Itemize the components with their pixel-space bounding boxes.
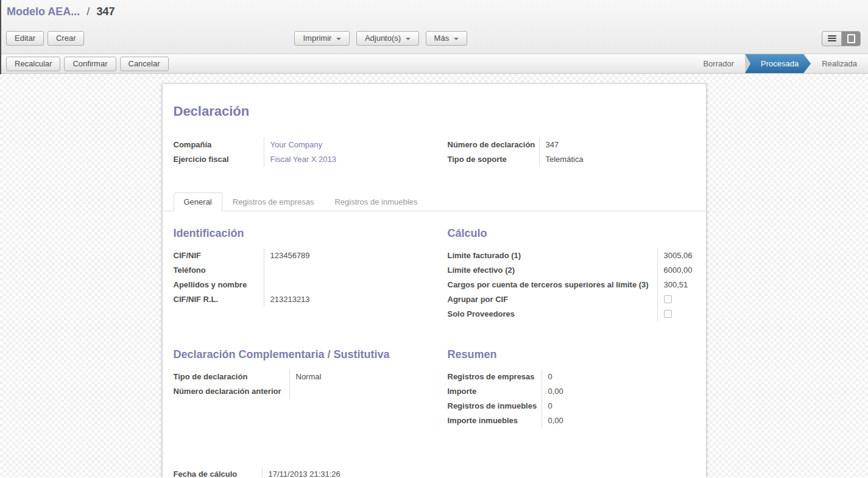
limite-efectivo-value: 6000,00 xyxy=(657,263,695,278)
tab-general[interactable]: General xyxy=(174,192,222,211)
more-label: Más xyxy=(434,33,450,43)
chevron-down-icon xyxy=(336,38,341,40)
cargos-terceros-field: Cargos por cuenta de terceros superiores… xyxy=(448,278,695,292)
form-sheet: Declaración Compañía Your Company Ejerci… xyxy=(162,83,707,477)
edit-button[interactable]: Editar xyxy=(6,31,44,46)
company-field: Compañía Your Company xyxy=(174,138,448,152)
telefono-label: Teléfono xyxy=(174,263,264,278)
view-switcher xyxy=(822,31,861,46)
statusbar: Borrador Procesada Realizada xyxy=(692,54,868,73)
importe-inmuebles-label: Importe inmuebles xyxy=(448,413,542,428)
limite-efectivo-label: Límite efectivo (2) xyxy=(448,263,657,278)
create-button[interactable]: Crear xyxy=(48,31,85,46)
content-background: Declaración Compañía Your Company Ejerci… xyxy=(0,74,868,477)
solo-proveedores-field: Solo Proveedores xyxy=(448,307,695,322)
tipo-declaracion-value: Normal xyxy=(289,370,448,384)
solo-proveedores-label: Solo Proveedores xyxy=(448,307,657,322)
header-fields-left: Compañía Your Company Ejercicio fiscal F… xyxy=(174,138,448,167)
identification-title: Identificación xyxy=(174,227,448,240)
agrupar-por-cif-label: Agrupar por CIF xyxy=(448,292,657,307)
print-dropdown-button[interactable]: Imprimir xyxy=(294,31,350,46)
cif-nif-rl-value: 213213213 xyxy=(264,292,448,307)
declaration-number-field: Número de declaración 347 xyxy=(448,138,695,152)
toolbar: Editar Crear Imprimir Adjunto(s) Más xyxy=(0,23,868,54)
agrupar-por-cif-cell xyxy=(657,292,695,307)
calculation-title: Cálculo xyxy=(448,227,695,240)
breadcrumb-row: Modelo AEA... / 347 xyxy=(0,0,868,23)
registros-empresas-field: Registros de empresas 0 xyxy=(448,370,695,384)
support-type-label: Tipo de soporte xyxy=(448,152,539,167)
tab-registros-de-inmuebles[interactable]: Registros de inmuebles xyxy=(324,192,428,211)
company-value-link[interactable]: Your Company xyxy=(264,138,448,152)
cif-nif-value: 123456789 xyxy=(264,248,448,263)
calc-date-field: Fecha de cálculo 17/11/2013 21:31:26 xyxy=(174,467,695,477)
support-type-value: Telemática xyxy=(539,152,695,167)
calc-date-label: Fecha de cálculo xyxy=(174,467,262,477)
agrupar-por-cif-checkbox[interactable] xyxy=(664,295,672,303)
apellidos-field: Apellidos y nombre xyxy=(174,278,448,292)
telefono-value xyxy=(264,263,448,278)
recalculate-button[interactable]: Recalcular xyxy=(6,57,60,71)
fiscal-year-label: Ejercicio fiscal xyxy=(174,152,264,167)
importe-inmuebles-value: 0,00 xyxy=(542,413,695,428)
complementary-section: Declaración Complementaria / Sustitutiva… xyxy=(174,348,448,428)
registros-empresas-value: 0 xyxy=(542,370,695,384)
support-type-field: Tipo de soporte Telemática xyxy=(448,152,695,167)
importe-inmuebles-field: Importe inmuebles 0,00 xyxy=(448,413,695,428)
registros-inmuebles-label: Registros de inmuebles xyxy=(448,399,542,413)
summary-title: Resumen xyxy=(448,348,695,361)
statusbar-state-realizada: Realizada xyxy=(811,54,868,73)
list-view-button[interactable] xyxy=(822,32,841,46)
breadcrumb: Modelo AEA... / 347 xyxy=(7,5,115,18)
tipo-declaracion-field: Tipo de declaración Normal xyxy=(174,370,448,384)
limite-facturado-label: Límite facturado (1) xyxy=(448,248,657,263)
complementary-title: Declaración Complementaria / Sustitutiva xyxy=(174,348,448,361)
attachments-dropdown-button[interactable]: Adjunto(s) xyxy=(356,31,419,46)
cargos-terceros-value: 300,51 xyxy=(657,278,695,292)
limite-efectivo-field: Límite efectivo (2) 6000,00 xyxy=(448,263,695,278)
form-view-button[interactable] xyxy=(841,32,860,46)
cargos-terceros-label: Cargos por cuenta de terceros superiores… xyxy=(448,278,657,292)
section-row-1: Identificación CIF/NIF 123456789 Teléfon… xyxy=(174,227,695,322)
fiscal-year-value-link[interactable]: Fiscal Year X 2013 xyxy=(264,152,448,167)
company-label: Compañía xyxy=(174,138,264,152)
form-icon xyxy=(847,34,855,43)
cif-nif-rl-field: CIF/NIF R.L. 213213213 xyxy=(174,292,448,307)
numero-anterior-label: Número declaración anterior xyxy=(174,384,289,399)
cif-nif-label: CIF/NIF xyxy=(174,248,264,263)
calculation-section: Cálculo Límite facturado (1) 3005,06 Lím… xyxy=(448,227,695,322)
numero-anterior-field: Número declaración anterior xyxy=(174,384,448,399)
declaration-number-label: Número de declaración xyxy=(448,138,539,152)
agrupar-por-cif-field: Agrupar por CIF xyxy=(448,292,695,307)
notebook-tabs: General Registros de empresas Registros … xyxy=(163,192,706,211)
print-label: Imprimir xyxy=(303,33,331,43)
solo-proveedores-checkbox[interactable] xyxy=(664,310,672,318)
confirm-button[interactable]: Confirmar xyxy=(64,57,116,71)
cif-nif-field: CIF/NIF 123456789 xyxy=(174,248,448,263)
list-icon xyxy=(828,35,836,37)
registros-inmuebles-field: Registros de inmuebles 0 xyxy=(448,399,695,413)
calc-date-value: 17/11/2013 21:31:26 xyxy=(262,467,359,477)
chevron-down-icon xyxy=(406,38,411,40)
chevron-down-icon xyxy=(454,38,459,40)
tab-content-general: Identificación CIF/NIF 123456789 Teléfon… xyxy=(163,211,706,477)
tab-registros-de-empresas[interactable]: Registros de empresas xyxy=(222,192,325,211)
form-title: Declaración xyxy=(174,104,695,119)
window-left-edge xyxy=(0,0,1,74)
more-dropdown-button[interactable]: Más xyxy=(426,31,468,46)
cif-nif-rl-label: CIF/NIF R.L. xyxy=(174,292,264,307)
declaration-number-value: 347 xyxy=(539,138,695,152)
header: Modelo AEA... / 347 Editar Crear Imprimi… xyxy=(0,0,868,54)
apellidos-label: Apellidos y nombre xyxy=(174,278,264,292)
cancel-button[interactable]: Cancelar xyxy=(120,57,169,71)
solo-proveedores-cell xyxy=(657,307,695,322)
importe-value: 0,00 xyxy=(542,384,695,399)
breadcrumb-parent-link[interactable]: Modelo AEA... xyxy=(7,5,80,18)
importe-field: Importe 0,00 xyxy=(448,384,695,399)
fiscal-year-field: Ejercicio fiscal Fiscal Year X 2013 xyxy=(174,152,448,167)
tipo-declaracion-label: Tipo de declaración xyxy=(174,370,289,384)
header-fields-right: Número de declaración 347 Tipo de soport… xyxy=(448,138,695,167)
limite-facturado-value: 3005,06 xyxy=(657,248,695,263)
section-row-2: Declaración Complementaria / Sustitutiva… xyxy=(174,348,695,428)
breadcrumb-current: 347 xyxy=(96,5,115,18)
